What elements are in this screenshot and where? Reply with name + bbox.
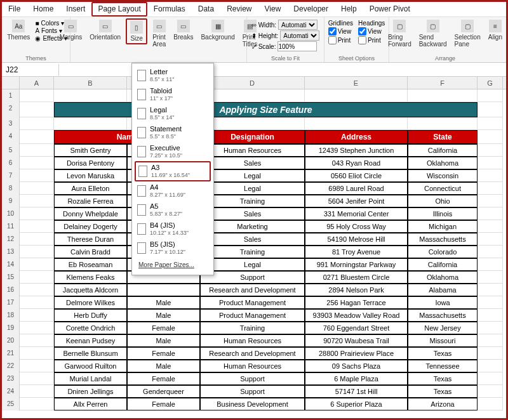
cell-designation[interactable]: Training xyxy=(200,195,305,207)
row-header[interactable]: 2 xyxy=(2,102,20,117)
cell-address[interactable]: 81 Troy Avenue xyxy=(305,246,408,258)
row-header[interactable]: 6 xyxy=(2,157,20,169)
headings-print-check[interactable]: Print xyxy=(358,36,385,44)
menu-file[interactable]: File xyxy=(2,2,27,16)
cell[interactable] xyxy=(478,347,503,360)
cell[interactable] xyxy=(20,372,54,385)
size-option-b5jis[interactable]: B5 (JIS)7.17" x 10.12" xyxy=(132,239,213,258)
row-header[interactable]: 8 xyxy=(2,182,20,195)
cell[interactable] xyxy=(478,296,503,309)
cell-address[interactable]: 95 Holy Cross Way xyxy=(305,220,408,233)
cell-gender[interactable]: Female xyxy=(127,322,200,334)
cell-name[interactable]: Aura Elleton xyxy=(54,182,127,195)
row-header[interactable]: 5 xyxy=(2,144,20,157)
cell[interactable] xyxy=(20,284,54,296)
scale-input[interactable] xyxy=(277,41,317,51)
cell-gender[interactable] xyxy=(127,284,200,296)
cell[interactable] xyxy=(305,89,408,102)
cell[interactable] xyxy=(20,102,54,117)
cell-address[interactable]: 043 Ryan Road xyxy=(305,157,408,169)
cell-name[interactable]: Dorisa Pentony xyxy=(54,157,127,169)
cell-state[interactable]: Tennessee xyxy=(408,360,478,372)
cell-state[interactable]: Massachusetts xyxy=(408,233,478,246)
cell[interactable] xyxy=(478,309,503,322)
menu-developer[interactable]: Developer xyxy=(287,2,335,16)
cell[interactable] xyxy=(200,89,305,102)
size-option-a4[interactable]: A48.27" x 11.69" xyxy=(132,181,213,200)
cell[interactable] xyxy=(478,89,503,102)
cell-gender[interactable]: Male xyxy=(127,309,200,322)
cell[interactable] xyxy=(20,117,54,130)
cell-designation[interactable]: Human Resources xyxy=(200,144,305,157)
header-address[interactable]: Address xyxy=(305,130,408,144)
cell-name[interactable]: Donny Whelpdale xyxy=(54,207,127,220)
cell-state[interactable]: New Jersey xyxy=(408,322,478,334)
col-header-F[interactable]: F xyxy=(408,77,478,89)
cell-state[interactable]: California xyxy=(408,258,478,271)
cell-designation[interactable]: Business Development xyxy=(200,398,305,410)
cell-address[interactable]: 6 Superior Plaza xyxy=(305,398,408,410)
cell[interactable] xyxy=(20,296,54,309)
cell[interactable] xyxy=(478,182,503,195)
breaks-button[interactable]: ▭Breaks xyxy=(171,18,196,42)
orientation-button[interactable]: ▭Orientation xyxy=(87,18,123,42)
cell-address[interactable]: 760 Eggendart Street xyxy=(305,322,408,334)
row-header[interactable]: 25 xyxy=(2,398,20,410)
size-button[interactable]: ▯Size xyxy=(126,18,147,44)
row-header[interactable]: 13 xyxy=(2,246,20,258)
cell[interactable] xyxy=(200,117,305,130)
cell[interactable] xyxy=(478,284,503,296)
cell-state[interactable]: Colorado xyxy=(408,246,478,258)
cell-state[interactable]: Oklahoma xyxy=(408,271,478,284)
cell[interactable] xyxy=(20,130,54,144)
cell[interactable] xyxy=(478,144,503,157)
col-header-E[interactable]: E xyxy=(305,77,408,89)
cell[interactable] xyxy=(20,398,54,410)
cell-state[interactable]: Texas xyxy=(408,347,478,360)
cell-designation[interactable]: Sales xyxy=(200,157,305,169)
size-option-b4jis[interactable]: B4 (JIS)10.12" x 14.33" xyxy=(132,220,213,239)
row-header[interactable]: 19 xyxy=(2,322,20,334)
size-option-tabloid[interactable]: Tabloid11" x 17" xyxy=(132,85,213,104)
cell[interactable] xyxy=(20,309,54,322)
row-header[interactable]: 10 xyxy=(2,207,20,220)
cell-address[interactable]: 90720 Waubesa Trail xyxy=(305,334,408,347)
header-designation[interactable]: Designation xyxy=(200,130,305,144)
cell[interactable] xyxy=(20,220,54,233)
size-option-statement[interactable]: Statement5.5" x 8.5" xyxy=(132,123,213,142)
margins-button[interactable]: ▭Margins xyxy=(57,18,85,42)
row-header[interactable]: 1 xyxy=(2,89,20,102)
bringforward-button[interactable]: ▢Bring Forward xyxy=(385,18,414,49)
cell-state[interactable]: Texas xyxy=(408,385,478,398)
more-paper-sizes[interactable]: More Paper Sizes... xyxy=(132,258,213,272)
menu-powerpivot[interactable]: Power Pivot xyxy=(363,2,417,16)
printarea-button[interactable]: ▭Print Area xyxy=(150,18,168,49)
background-button[interactable]: ▦Background xyxy=(198,18,237,42)
cell-state[interactable]: Ohio xyxy=(408,195,478,207)
cell[interactable] xyxy=(478,271,503,284)
cell-address[interactable]: 5604 Jenifer Point xyxy=(305,195,408,207)
name-box[interactable] xyxy=(2,64,59,75)
size-option-executive[interactable]: Executive7.25" x 10.5" xyxy=(132,142,213,161)
cell[interactable] xyxy=(20,360,54,372)
cell-address[interactable]: 6 Maple Plaza xyxy=(305,372,408,385)
cell-address[interactable]: 6989 Laurel Road xyxy=(305,182,408,195)
gridlines-view-check[interactable]: View xyxy=(328,27,353,36)
menu-insert[interactable]: Insert xyxy=(60,2,91,16)
cell[interactable] xyxy=(20,258,54,271)
cell-name[interactable]: Dniren Jellings xyxy=(54,385,127,398)
cell-name[interactable]: Delainey Dogerty xyxy=(54,220,127,233)
cell[interactable] xyxy=(478,258,503,271)
cell-designation[interactable]: Support xyxy=(200,271,305,284)
cell-name[interactable]: Delmore Wilkes xyxy=(54,296,127,309)
size-option-legal[interactable]: Legal8.5" x 14" xyxy=(132,104,213,123)
cell[interactable] xyxy=(20,385,54,398)
cell[interactable] xyxy=(478,102,503,117)
cell[interactable] xyxy=(478,322,503,334)
cell[interactable] xyxy=(478,220,503,233)
cell-designation[interactable]: Research and Development xyxy=(200,284,305,296)
cell[interactable] xyxy=(54,117,127,130)
cell[interactable] xyxy=(478,360,503,372)
cell[interactable] xyxy=(20,207,54,220)
menu-review[interactable]: Review xyxy=(220,2,258,16)
